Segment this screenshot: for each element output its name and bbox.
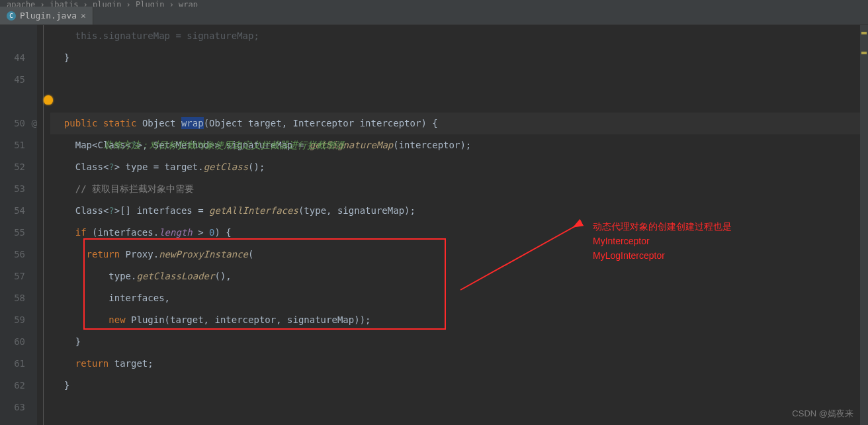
line-number: 64 xyxy=(0,418,25,425)
code-line[interactable]: interfaces, xyxy=(50,287,868,309)
line-number: 54 xyxy=(0,200,25,222)
code-line[interactable]: } xyxy=(50,331,868,353)
code-doc-line[interactable]: 装饰方法：对目标拦截对象使用自定义拦截器进行拦截增强 xyxy=(50,91,868,113)
line-number: 45 xyxy=(0,69,25,91)
code-line[interactable]: } xyxy=(50,47,868,69)
code-line[interactable]: type.getClassLoader(), xyxy=(50,265,868,287)
breadcrumb-path[interactable]: apache › ibatis › plugin › Plugin › wrap xyxy=(7,0,198,7)
tab-label: Plugin.java xyxy=(20,11,77,21)
editor[interactable]: 44 45 50@ 51 52 53 54 55 56 57 58 59 60 … xyxy=(0,25,868,425)
intention-bulb-icon[interactable] xyxy=(44,95,53,105)
line-number xyxy=(0,91,25,113)
breadcrumb: apache › ibatis › plugin › Plugin › wrap xyxy=(0,0,868,7)
code-line[interactable]: } xyxy=(50,375,868,397)
code-line[interactable] xyxy=(50,397,868,418)
code-line[interactable] xyxy=(50,69,868,91)
watermark: CSDN @嫣夜来 xyxy=(792,408,853,420)
code-line[interactable]: if (interfaces.length > 0) { xyxy=(50,222,868,244)
fold-column[interactable] xyxy=(37,25,50,425)
line-number: 44 xyxy=(0,47,25,69)
code-line[interactable]: // 获取目标拦截对象中需要 xyxy=(50,178,868,200)
code-line[interactable]: Class<?>[] interfaces = getAllInterfaces… xyxy=(50,200,868,222)
line-number: 60 xyxy=(0,331,25,353)
code-line[interactable]: @Override xyxy=(50,418,868,425)
tab-bar: C Plugin.java × xyxy=(0,7,868,25)
scrollbar[interactable] xyxy=(860,25,868,425)
line-number: 59 xyxy=(0,309,25,331)
line-number: 57 xyxy=(0,265,25,287)
override-gutter-icon[interactable]: @ xyxy=(32,113,37,134)
line-number: 53 xyxy=(0,178,25,200)
code-line[interactable]: public static Object wrap(Object target,… xyxy=(50,113,868,134)
line-number: 62 xyxy=(0,375,25,397)
warning-stripe[interactable] xyxy=(861,32,867,34)
line-number: 51 xyxy=(0,134,25,156)
line-number: 50@ xyxy=(0,113,25,134)
code-line[interactable]: Class<?> type = target.getClass(); xyxy=(50,156,868,178)
close-icon[interactable]: × xyxy=(81,11,86,21)
code-line[interactable]: return Proxy.newProxyInstance( xyxy=(50,244,868,265)
line-number: 61 xyxy=(0,353,25,375)
code-line[interactable]: this.signatureMap = signatureMap; xyxy=(50,25,868,47)
line-number xyxy=(0,25,25,47)
line-number: 63 xyxy=(0,397,25,418)
annotation-text: 动态代理对象的创建创建过程也是 MyInterceptor MyLogInter… xyxy=(593,219,732,263)
java-class-icon: C xyxy=(7,11,16,21)
code-line[interactable]: new Plugin(target, interceptor, signatur… xyxy=(50,309,868,331)
line-number: 56 xyxy=(0,244,25,265)
tab-plugin-java[interactable]: C Plugin.java × xyxy=(0,7,93,24)
code-line[interactable]: return target; xyxy=(50,353,868,375)
line-number: 52 xyxy=(0,156,25,178)
line-number: 55 xyxy=(0,222,25,244)
code-area[interactable]: this.signatureMap = signatureMap; } 装饰方法… xyxy=(50,25,868,425)
line-number: 58 xyxy=(0,287,25,309)
gutter: 44 45 50@ 51 52 53 54 55 56 57 58 59 60 … xyxy=(0,25,37,425)
warning-stripe[interactable] xyxy=(861,52,867,54)
